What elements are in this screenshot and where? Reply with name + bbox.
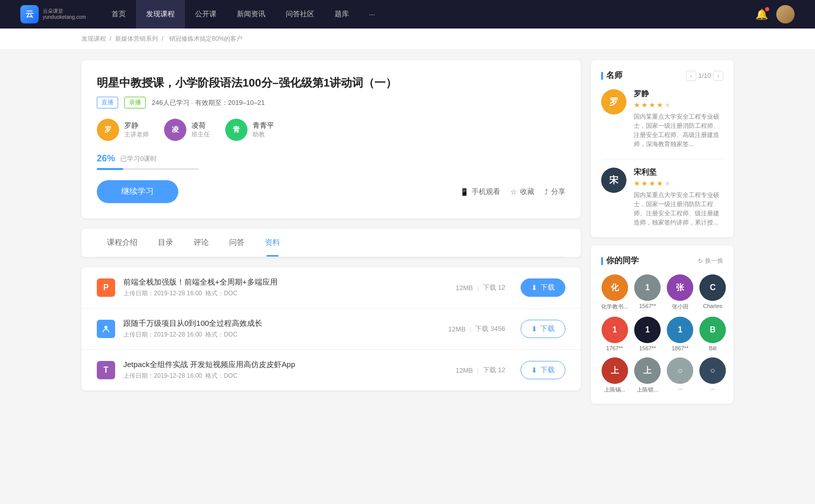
resource-info-1: 跟随千万级项目从0到100全过程高效成长 上传日期：2019-12-28 16:…: [123, 319, 433, 339]
nav-item-open[interactable]: 公开课: [185, 0, 227, 29]
sidebar-teacher-1: 宋 宋利坚 ★ ★ ★ ★ ★ 国内某重点大学安全工程专业硕士，国家一级注册消防…: [601, 167, 723, 227]
classmate-avatar-4: 1: [602, 317, 628, 343]
course-header-card: 明星中教授课，小学阶段语法100分–强化级第1讲动词（一） 直播 录播 246人…: [82, 60, 581, 218]
breadcrumb-current: 销冠修炼术搞定80%的客户: [169, 35, 242, 42]
tab-comments[interactable]: 评论: [183, 229, 219, 257]
sidebar-teacher-desc-1: 国内某重点大学安全工程专业硕士，国家一级注册消防防工程师、注册安全工程师、级注册…: [634, 190, 723, 227]
nav-item-qa[interactable]: 问答社区: [276, 0, 324, 29]
teacher-role-2: 助教: [253, 130, 274, 139]
classmate-item-7: B Bill: [699, 317, 726, 351]
logo[interactable]: 云 云朵课堂 yunduoketang.com: [20, 5, 86, 23]
user-avatar[interactable]: [776, 5, 795, 23]
teacher-name-0: 罗静: [124, 121, 149, 130]
classmate-name-7: Bill: [709, 345, 717, 351]
download-button-0[interactable]: ⬇ 下载: [521, 278, 565, 297]
notification-dot: [765, 7, 769, 11]
sidebar-teacher-avatar-0: 罗: [601, 89, 627, 115]
download-button-2[interactable]: ⬇ 下载: [521, 361, 565, 379]
divider: [601, 159, 723, 159]
nav-items: 首页 发现课程 公开课 新闻资讯 问答社区 题库 ···: [101, 0, 755, 29]
classmate-name-3: Charles: [703, 303, 722, 309]
classmate-avatar-1: 1: [634, 274, 661, 301]
sidebar-right: 名师 ‹ 1/10 › 罗 罗静 ★ ★ ★ ★: [591, 60, 734, 412]
nav-item-news[interactable]: 新闻资讯: [227, 0, 276, 29]
progress-bar-fill: [97, 168, 123, 170]
sidebar-teachers-header: 名师 ‹ 1/10 ›: [601, 70, 723, 81]
resource-item-2: T Jetpack全组件实战 开发短视频应用高仿皮皮虾App 上传日期：2019…: [82, 350, 581, 390]
classmate-name-2: 张小田: [672, 303, 689, 311]
classmate-name-6: 1867**: [672, 345, 689, 351]
badge-live: 直播: [97, 97, 118, 108]
breadcrumb: 发现课程 / 新媒体营销系列 / 销冠修炼术搞定80%的客户: [0, 29, 815, 50]
refresh-classmates-button[interactable]: ↻ 换一换: [698, 257, 723, 265]
continue-study-button[interactable]: 继续学习: [97, 180, 178, 203]
download-button-1[interactable]: ⬇ 下载: [521, 320, 565, 338]
resource-title-2: Jetpack全组件实战 开发短视频应用高仿皮皮虾App: [123, 360, 441, 370]
resource-stats-0: 12MB | 下载 12: [456, 283, 505, 292]
bell-icon[interactable]: 🔔: [755, 8, 768, 20]
nav-item-discover[interactable]: 发现课程: [136, 0, 185, 29]
breadcrumb-link-discover[interactable]: 发现课程: [82, 35, 106, 42]
logo-text: 云朵课堂 yunduoketang.com: [43, 8, 86, 20]
nav-item-quiz[interactable]: 题库: [324, 0, 359, 29]
teacher-role-1: 班主任: [192, 130, 210, 139]
resource-meta-2: 上传日期：2019-12-28 16:00 格式：DOC: [123, 372, 441, 380]
collect-button[interactable]: ☆ 收藏: [510, 187, 534, 197]
classmate-avatar-2: 张: [667, 274, 693, 301]
teacher-info-0: 罗静 主讲老师: [124, 121, 149, 139]
teacher-item-2: 青 青青平 助教: [225, 119, 274, 141]
logo-icon: 云: [20, 5, 39, 23]
mobile-watch-button[interactable]: 📱 手机观看: [460, 187, 500, 197]
classmate-item-8: 上 上陈锡...: [601, 357, 628, 394]
sidebar-classmates-header: 你的同学 ↻ 换一换: [601, 256, 723, 266]
resource-icon-1: [97, 320, 115, 338]
teachers-next-button[interactable]: ›: [713, 71, 723, 81]
classmate-item-11: ○ ···: [699, 357, 726, 394]
tab-qa[interactable]: 问答: [219, 229, 255, 257]
teacher-name-1: 凌荷: [192, 121, 210, 130]
classmate-name-11: ···: [711, 386, 715, 392]
sidebar-teacher-avatar-1: 宋: [601, 167, 627, 193]
tabs: 课程介绍 目录 评论 问答 资料: [97, 229, 565, 257]
teacher-item-0: 罗 罗静 主讲老师: [97, 119, 149, 141]
course-title: 明星中教授课，小学阶段语法100分–强化级第1讲动词（一）: [97, 75, 565, 91]
action-right: 📱 手机观看 ☆ 收藏 ⤴ 分享: [460, 187, 565, 197]
teacher-info-1: 凌荷 班主任: [192, 121, 210, 139]
classmate-avatar-3: C: [699, 274, 726, 301]
teachers-prev-button[interactable]: ‹: [686, 71, 696, 81]
content-left: 明星中教授课，小学阶段语法100分–强化级第1讲动词（一） 直播 录播 246人…: [82, 60, 581, 412]
download-icon-2: ⬇: [531, 366, 537, 374]
share-button[interactable]: ⤴ 分享: [545, 187, 565, 197]
resource-info-0: 前端全栈加强版！前端全栈+全周期+多端应用 上传日期：2019-12-28 16…: [123, 277, 441, 298]
sidebar-teacher-info-1: 宋利坚 ★ ★ ★ ★ ★ 国内某重点大学安全工程专业硕士，国家一级注册消防防工…: [634, 167, 723, 227]
classmate-avatar-7: B: [699, 317, 726, 343]
teachers-page: 1/10: [698, 72, 711, 79]
classmate-avatar-6: 1: [667, 317, 693, 343]
badge-record: 录播: [124, 97, 146, 108]
classmate-item-6: 1 1867**: [667, 317, 693, 351]
course-meta: 直播 录播 246人已学习 · 有效期至：2019–10–21: [97, 97, 565, 108]
classmate-avatar-9: 上: [634, 357, 661, 384]
nav-item-more[interactable]: ···: [359, 0, 386, 29]
breadcrumb-link-series[interactable]: 新媒体营销系列: [115, 35, 158, 42]
classmate-name-8: 上陈锡...: [604, 386, 626, 394]
classmate-item-10: ○ ···: [667, 357, 693, 394]
progress-section: 26% 已学习0课时: [97, 153, 565, 170]
classmate-name-5: 1567**: [639, 345, 656, 351]
classmate-name-4: 1767**: [606, 345, 623, 351]
tab-resources[interactable]: 资料: [255, 229, 290, 257]
star-icon: ☆: [510, 188, 517, 196]
nav-item-home[interactable]: 首页: [101, 0, 136, 29]
sidebar-classmates-title: 你的同学: [601, 256, 639, 266]
tab-toc[interactable]: 目录: [148, 229, 183, 257]
sidebar-teacher-name-0: 罗静: [634, 89, 723, 99]
tabs-card: 课程介绍 目录 评论 问答 资料: [82, 229, 581, 257]
main-container: 明星中教授课，小学阶段语法100分–强化级第1讲动词（一） 直播 录播 246人…: [0, 50, 815, 422]
teacher-avatar-1: 凌: [164, 119, 186, 141]
classmate-item-5: 1 1567**: [634, 317, 661, 351]
sidebar-teachers-card: 名师 ‹ 1/10 › 罗 罗静 ★ ★ ★ ★: [591, 60, 734, 237]
classmates-grid: 化 化学教书... 1 1567** 张 张小田 C Charles 1: [601, 274, 723, 394]
classmate-name-0: 化学教书...: [601, 303, 628, 311]
tab-intro[interactable]: 课程介绍: [97, 229, 148, 257]
resource-title-0: 前端全栈加强版！前端全栈+全周期+多端应用: [123, 277, 441, 287]
